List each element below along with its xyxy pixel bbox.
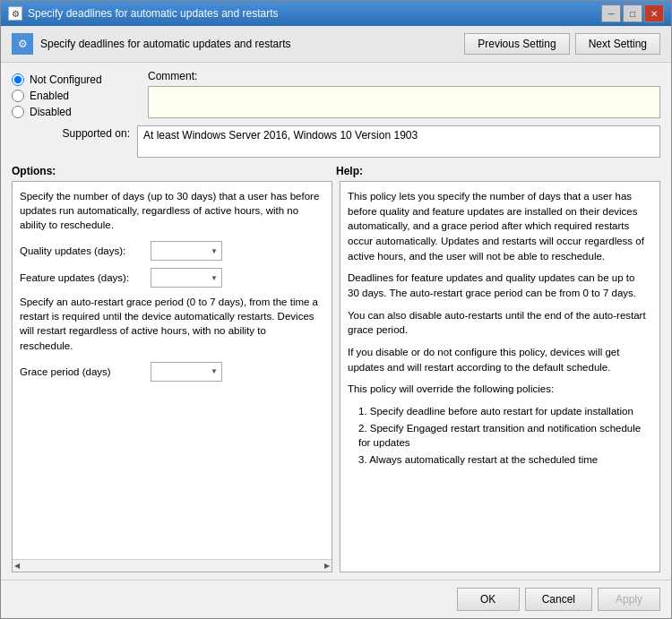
grace-input[interactable]: ▼: [151, 362, 222, 382]
feature-field-row: Feature updates (days): ▼: [20, 268, 321, 288]
supported-row: Supported on: At least Windows Server 20…: [12, 125, 660, 158]
next-setting-button[interactable]: Next Setting: [575, 33, 660, 55]
grace-label: Grace period (days): [20, 365, 145, 379]
help-list: 1. Specify deadline before auto restart …: [358, 404, 649, 468]
window-icon: ⚙: [8, 6, 22, 21]
footer: OK Cancel Apply: [1, 580, 671, 618]
quality-input[interactable]: ▼: [151, 241, 222, 261]
radio-group: Not Configured Enabled Disabled: [12, 70, 137, 118]
ok-button[interactable]: OK: [457, 588, 520, 611]
radio-disabled[interactable]: Disabled: [12, 106, 137, 118]
hscroll-left-arrow[interactable]: ◀: [14, 561, 20, 571]
close-button[interactable]: ✕: [644, 4, 664, 22]
help-p2: Deadlines for feature updates and qualit…: [348, 271, 649, 300]
apply-button[interactable]: Apply: [598, 588, 660, 611]
radio-enabled-label: Enabled: [30, 90, 69, 102]
quality-dropdown-arrow: ▼: [211, 246, 218, 256]
grace-dropdown-arrow: ▼: [211, 366, 218, 376]
help-scroll[interactable]: This policy lets you specify the number …: [348, 189, 652, 564]
help-text: This policy lets you specify the number …: [348, 189, 649, 468]
minimize-button[interactable]: ─: [601, 4, 621, 22]
header-title: Specify deadlines for automatic updates …: [40, 38, 291, 50]
header-left: ⚙ Specify deadlines for automatic update…: [12, 33, 291, 55]
options-header: Options:: [12, 165, 336, 177]
grace-field-row: Grace period (days) ▼: [20, 362, 321, 382]
supported-value: At least Windows Server 2016, Windows 10…: [137, 125, 660, 158]
cancel-button[interactable]: Cancel: [525, 588, 592, 611]
header-icon: ⚙: [12, 33, 33, 55]
help-list-item: 1. Specify deadline before auto restart …: [358, 404, 649, 419]
radio-not-configured-input[interactable]: [12, 73, 24, 86]
radio-not-configured-label: Not Configured: [30, 73, 102, 86]
supported-label: Supported on:: [12, 125, 137, 140]
options-hscroll[interactable]: ◀ ▶: [13, 559, 332, 572]
help-p3: You can also disable auto-restarts until…: [348, 308, 649, 338]
options-scroll[interactable]: Specify the number of days (up to 30 day…: [20, 189, 324, 552]
feature-input[interactable]: ▼: [151, 268, 222, 288]
maximize-button[interactable]: □: [623, 4, 642, 22]
help-list-item: 2. Specify Engaged restart transition an…: [358, 421, 649, 451]
radio-not-configured[interactable]: Not Configured: [12, 73, 137, 86]
feature-label: Feature updates (days):: [20, 271, 145, 285]
main-window: ⚙ Specify deadlines for automatic update…: [0, 0, 672, 619]
quality-field-row: Quality updates (days): ▼: [20, 241, 321, 261]
radio-disabled-input[interactable]: [12, 106, 24, 118]
radio-enabled-input[interactable]: [12, 90, 24, 102]
previous-setting-button[interactable]: Previous Setting: [464, 33, 569, 55]
radio-disabled-label: Disabled: [30, 106, 72, 118]
quality-label: Quality updates (days):: [20, 244, 145, 258]
options-desc2: Specify an auto-restart grace period (0 …: [20, 295, 321, 352]
title-bar: ⚙ Specify deadlines for automatic update…: [1, 1, 671, 26]
comment-section: Comment:: [148, 70, 660, 118]
feature-dropdown-arrow: ▼: [211, 273, 218, 283]
hscroll-right-arrow[interactable]: ▶: [324, 561, 330, 571]
help-panel: This policy lets you specify the number …: [340, 181, 660, 572]
help-header: Help:: [336, 165, 660, 177]
top-section: Not Configured Enabled Disabled Comment:: [12, 70, 660, 118]
options-panel: Specify the number of days (up to 30 day…: [12, 181, 332, 572]
radio-enabled[interactable]: Enabled: [12, 90, 137, 102]
header-buttons: Previous Setting Next Setting: [464, 33, 660, 55]
title-controls: ─ □ ✕: [601, 4, 664, 22]
help-p5: This policy will override the following …: [348, 382, 649, 397]
bottom-panels: Specify the number of days (up to 30 day…: [12, 181, 660, 572]
help-p1: This policy lets you specify the number …: [348, 189, 649, 263]
content-area: Not Configured Enabled Disabled Comment:…: [1, 63, 671, 580]
comment-input[interactable]: [148, 86, 660, 118]
window-title: Specify deadlines for automatic updates …: [28, 7, 601, 20]
options-desc1: Specify the number of days (up to 30 day…: [20, 189, 321, 232]
comment-label: Comment:: [148, 70, 660, 82]
help-p4: If you disable or do not configure this …: [348, 345, 649, 374]
header-bar: ⚙ Specify deadlines for automatic update…: [1, 26, 671, 63]
help-list-item: 3. Always automatically restart at the s…: [358, 452, 649, 468]
section-headers: Options: Help:: [12, 165, 660, 177]
